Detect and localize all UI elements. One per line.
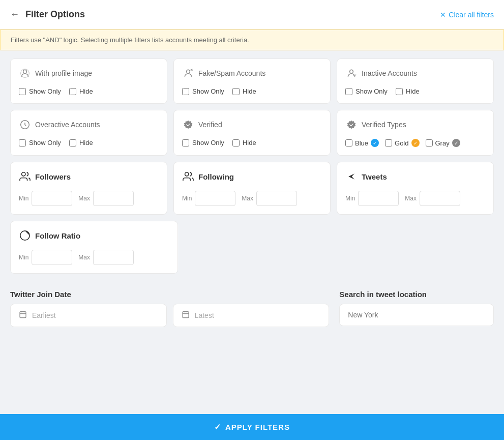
tweets-min-input[interactable] [358,191,399,206]
following-max-field: Max [242,191,297,206]
card-header-follow-ratio: Follow Ratio [19,229,169,242]
latest-date-card[interactable]: Latest [173,304,330,327]
followers-min-input[interactable] [32,191,72,206]
range-filter-grid-row1: Followers Min Max [10,162,494,215]
profile-image-hide-checkbox[interactable] [69,88,76,95]
verified-blue-checkbox[interactable] [345,139,352,146]
profile-image-icon [19,67,31,79]
page-title: Filter Options [25,9,85,20]
svg-point-2 [187,70,190,73]
latest-placeholder: Latest [195,311,214,319]
inactive-show-only[interactable]: Show Only [345,87,388,95]
inactive-icon [345,67,358,79]
overactive-show-only-checkbox[interactable] [19,139,26,146]
inactive-hide-checkbox[interactable] [396,88,403,95]
overactive-hide-checkbox[interactable] [69,139,76,146]
verified-show-only-checkbox[interactable] [182,139,189,146]
verified-gold-option[interactable]: Gold ✓ [385,139,419,147]
apply-filters-bar[interactable]: ✓ APPLY FILTERS [0,414,504,440]
card-header-fake-spam: Fake/Spam Accounts [182,67,322,79]
filter-card-verified-types: Verified Types Blue ✓ Gold ✓ Gray ✓ [337,110,494,156]
card-header-verified: Verified [182,119,322,131]
overactive-options: Show Only Hide [19,139,159,146]
tweets-max-field: Max [405,191,460,206]
tweets-title: Tweets [362,172,387,181]
back-button[interactable]: ← [10,9,19,20]
followers-max-field: Max [78,191,134,206]
verified-show-only[interactable]: Show Only [182,139,224,146]
follow-ratio-min-input[interactable] [32,250,72,265]
filter-card-verified: Verified Show Only Hide [173,110,331,156]
verified-hide[interactable]: Hide [232,139,256,146]
profile-image-hide[interactable]: Hide [69,87,93,95]
inactive-show-only-checkbox[interactable] [345,88,352,95]
calendar-latest-icon [182,310,190,320]
card-header-tweets: Tweets [345,170,485,183]
filter-grid-row1: With profile image Show Only Hide [10,58,494,104]
location-section: Search in tweet location [339,290,494,326]
clear-filters-button[interactable]: ✕ Clear all filters [440,11,494,19]
overactive-show-only[interactable]: Show Only [19,139,61,146]
inactive-hide[interactable]: Hide [396,87,420,95]
fake-spam-show-only-checkbox[interactable] [182,88,189,95]
fake-spam-hide-checkbox[interactable] [232,88,240,95]
verified-blue-option[interactable]: Blue ✓ [345,139,379,147]
following-max-input[interactable] [256,191,297,206]
calendar-earliest-icon [19,310,27,320]
followers-min-field: Min [19,191,72,206]
apply-filters-button[interactable]: ✓ APPLY FILTERS [214,422,290,432]
verified-gold-checkbox[interactable] [385,139,392,146]
following-icon [182,170,194,183]
blue-badge-icon: ✓ [371,139,379,147]
filter-grid-row2: Overactive Accounts Show Only Hide [10,110,494,156]
tweets-inputs: Min Max [345,191,485,206]
verified-types-icon [345,119,358,131]
filter-card-profile-image: With profile image Show Only Hide [10,58,167,104]
following-min-input[interactable] [195,191,235,206]
followers-icon [19,170,31,183]
inactive-options: Show Only Hide [345,87,485,95]
filter-card-inactive: Inactive Accounts Show Only Hide [337,58,494,104]
location-input[interactable] [348,311,485,319]
notice-bar: Filters use "AND" logic. Selecting multi… [0,30,504,50]
card-header-following: Following [182,170,322,183]
verified-gray-option[interactable]: Gray ✓ [426,139,460,147]
profile-image-show-only-checkbox[interactable] [19,88,26,95]
fake-spam-show-only[interactable]: Show Only [182,87,224,95]
main-content: With profile image Show Only Hide [0,50,504,342]
follow-ratio-min-field: Min [19,250,72,265]
fake-spam-hide[interactable]: Hide [232,87,256,95]
followers-max-input[interactable] [93,191,134,206]
follow-ratio-max-field: Max [78,250,134,265]
earliest-date-card[interactable]: Earliest [10,304,167,327]
svg-rect-15 [183,312,189,318]
profile-image-show-only[interactable]: Show Only [19,87,61,95]
location-input-card[interactable] [339,304,494,326]
date-section-label: Twitter Join Date [10,290,329,299]
verified-gray-checkbox[interactable] [426,139,433,146]
fake-spam-title: Fake/Spam Accounts [198,69,265,77]
header: ← Filter Options ✕ Clear all filters [0,0,504,30]
range-card-followers: Followers Min Max [10,162,167,215]
verified-hide-checkbox[interactable] [232,139,240,146]
range-card-following: Following Min Max [173,162,331,215]
range-card-follow-ratio: Follow Ratio Min Max [10,221,178,274]
verified-icon [182,119,194,131]
single-card-row: Follow Ratio Min Max [10,221,494,274]
card-header-overactive: Overactive Accounts [19,119,159,131]
tweets-max-input[interactable] [420,191,460,206]
header-left: ← Filter Options [10,9,85,20]
gray-badge-icon: ✓ [452,139,460,147]
svg-point-7 [22,172,25,176]
follow-ratio-title: Follow Ratio [35,231,80,240]
location-section-label: Search in tweet location [339,290,494,299]
overactive-hide[interactable]: Hide [69,139,93,146]
gold-badge-icon: ✓ [411,139,420,147]
follow-ratio-icon [19,229,31,242]
following-min-field: Min [182,191,235,206]
follow-ratio-max-input[interactable] [93,250,134,265]
inactive-title: Inactive Accounts [362,69,417,77]
verified-types-title: Verified Types [362,121,406,129]
following-inputs: Min Max [182,191,322,206]
fake-spam-icon [182,67,194,79]
